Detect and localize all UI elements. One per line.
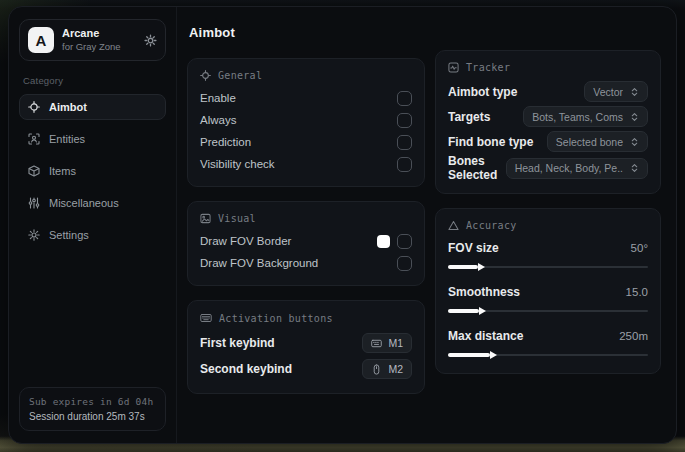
sidebar-item-miscellaneous[interactable]: Miscellaneous <box>19 190 166 216</box>
setting-row-first-keybind: First keybind M1 <box>200 330 412 356</box>
slider-value: 250m <box>619 330 648 342</box>
setting-row-draw-fov-border: Draw FOV Border <box>200 230 412 252</box>
setting-row-enable: Enable <box>200 87 412 109</box>
enable-checkbox[interactable] <box>397 91 412 106</box>
main-content: Aimbot General <box>177 7 676 443</box>
smoothness-slider[interactable] <box>448 306 648 316</box>
setting-row-visibility-check: Visibility check <box>200 153 412 175</box>
setting-label: First keybind <box>200 336 275 350</box>
find-bone-type-dropdown[interactable]: Selected bone <box>547 131 648 152</box>
chevron-up-down-icon <box>630 163 639 173</box>
slider-thumb[interactable] <box>479 307 486 315</box>
visibility-check-checkbox[interactable] <box>397 157 412 172</box>
slider-thumb[interactable] <box>478 263 485 271</box>
panel-tracker: Tracker Aimbot type Vector <box>435 50 661 194</box>
game-background: A Arcane for Gray Zone Category <box>0 0 685 452</box>
setting-label: Draw FOV Background <box>200 257 318 269</box>
color-swatch[interactable] <box>377 235 390 248</box>
panel-general: General Enable Always Prediction <box>187 58 425 187</box>
max-distance-slider[interactable] <box>448 350 648 360</box>
setting-row-bones-selected: Bones Selected Head, Neck, Body, Pe.. <box>448 154 648 182</box>
sub-expires-text: Sub expires in 6d 04h <box>29 396 156 407</box>
dropdown-value: Vector <box>593 86 623 98</box>
setting-row-smoothness: Smoothness 15.0 <box>448 281 648 316</box>
chevron-up-down-icon <box>630 87 639 97</box>
setting-row-prediction: Prediction <box>200 131 412 153</box>
setting-label: Aimbot type <box>448 85 517 99</box>
sidebar-item-label: Settings <box>49 229 89 241</box>
first-keybind-button[interactable]: M1 <box>362 333 412 353</box>
triangle-icon <box>448 220 459 231</box>
app-subtitle: for Gray Zone <box>62 41 136 53</box>
always-checkbox[interactable] <box>397 113 412 128</box>
box-icon <box>28 165 40 177</box>
app-window: A Arcane for Gray Zone Category <box>8 6 677 444</box>
aimbot-type-dropdown[interactable]: Vector <box>584 81 648 102</box>
setting-label: Max distance <box>448 329 523 343</box>
setting-row-second-keybind: Second keybind M2 <box>200 356 412 382</box>
bones-selected-dropdown[interactable]: Head, Neck, Body, Pe.. <box>506 158 648 179</box>
panel-title: Tracker <box>466 62 510 73</box>
sidebar-item-aimbot[interactable]: Aimbot <box>19 94 166 120</box>
crosshair-icon <box>28 101 40 113</box>
panel-title: Accuracy <box>466 220 517 231</box>
app-logo: A <box>28 27 54 53</box>
setting-label: Second keybind <box>200 362 292 376</box>
gear-icon[interactable] <box>144 34 157 47</box>
panel-visual: Visual Draw FOV Border Draw FOV Backgrou… <box>187 201 425 286</box>
setting-row-aimbot-type: Aimbot type Vector <box>448 79 648 104</box>
slider-thumb[interactable] <box>490 351 497 359</box>
sliders-icon <box>28 197 40 209</box>
sidebar-nav: Aimbot Entities <box>19 94 166 248</box>
setting-row-draw-fov-background: Draw FOV Background <box>200 252 412 274</box>
chevron-up-down-icon <box>630 137 639 147</box>
setting-row-always: Always <box>200 109 412 131</box>
prediction-checkbox[interactable] <box>397 135 412 150</box>
draw-fov-background-checkbox[interactable] <box>397 256 412 271</box>
setting-label: Smoothness <box>448 285 520 299</box>
setting-label: Visibility check <box>200 158 275 170</box>
chevron-up-down-icon <box>630 112 639 122</box>
slider-value: 15.0 <box>626 286 648 298</box>
dropdown-value: Bots, Teams, Coms <box>532 111 623 123</box>
setting-label: Always <box>200 114 236 126</box>
sidebar-item-label: Entities <box>49 133 85 145</box>
setting-row-find-bone-type: Find bone type Selected bone <box>448 129 648 154</box>
subscription-info: Sub expires in 6d 04h Session duration 2… <box>19 387 166 431</box>
panel-activation-buttons: Activation buttons First keybind <box>187 300 425 394</box>
fov-size-slider[interactable] <box>448 262 648 272</box>
setting-label: Targets <box>448 110 490 124</box>
second-keybind-button[interactable]: M2 <box>362 359 412 379</box>
app-logo-card: A Arcane for Gray Zone <box>19 19 166 61</box>
sidebar-item-entities[interactable]: Entities <box>19 126 166 152</box>
setting-row-targets: Targets Bots, Teams, Coms <box>448 104 648 129</box>
panel-title: Activation buttons <box>219 313 333 324</box>
sidebar-item-items[interactable]: Items <box>19 158 166 184</box>
keybind-value: M2 <box>388 363 403 375</box>
sidebar-item-settings[interactable]: Settings <box>19 222 166 248</box>
targets-dropdown[interactable]: Bots, Teams, Coms <box>523 106 648 127</box>
setting-label: Draw FOV Border <box>200 235 291 247</box>
draw-fov-border-checkbox[interactable] <box>397 234 412 249</box>
setting-row-fov-size: FOV size 50° <box>448 237 648 272</box>
panel-title: Visual <box>218 213 256 224</box>
setting-row-max-distance: Max distance 250m <box>448 325 648 360</box>
setting-label: Bones Selected <box>448 154 506 182</box>
gear-icon <box>28 229 40 241</box>
image-icon <box>200 213 211 224</box>
setting-label: FOV size <box>448 241 499 255</box>
panel-accuracy: Accuracy FOV size 50° <box>435 208 661 374</box>
dropdown-value: Selected bone <box>556 136 623 148</box>
activity-icon <box>448 62 459 73</box>
page-title: Aimbot <box>189 25 661 40</box>
crosshair-icon <box>200 70 211 81</box>
sidebar-item-label: Aimbot <box>49 101 87 113</box>
sidebar-item-label: Miscellaneous <box>49 197 119 209</box>
setting-label: Prediction <box>200 136 251 148</box>
panel-title: General <box>218 70 262 81</box>
keybind-value: M1 <box>388 337 403 349</box>
mouse-icon <box>371 364 382 375</box>
keyboard-icon <box>371 338 382 349</box>
setting-label: Find bone type <box>448 135 533 149</box>
keyboard-icon <box>200 312 212 324</box>
